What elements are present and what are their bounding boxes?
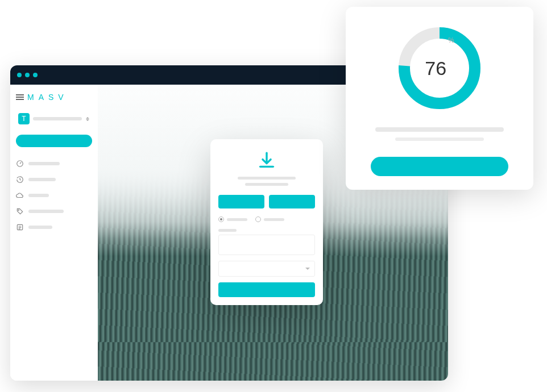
text-input[interactable] [218, 235, 315, 255]
upload-button-row [218, 195, 315, 208]
nav-label-placeholder [28, 194, 49, 197]
progress-title-placeholder [375, 127, 504, 132]
radio-icon [218, 216, 224, 222]
radio-option-2[interactable] [255, 216, 284, 222]
svg-point-1 [18, 210, 19, 210]
window-dot [33, 73, 38, 77]
progress-subtitle-placeholder [395, 137, 483, 141]
nav-label-placeholder [28, 226, 52, 229]
upload-subtitle-placeholder [245, 183, 289, 186]
text-field-block [218, 229, 315, 255]
nav-label-placeholder [28, 210, 64, 213]
window-dot [25, 73, 30, 77]
team-name-placeholder [33, 117, 82, 120]
upload-files-button[interactable] [218, 195, 264, 208]
logo-row: MASV [16, 93, 92, 102]
nav-item-list[interactable] [16, 223, 92, 231]
radio-label-placeholder [227, 218, 247, 221]
nav-item-cloud[interactable] [16, 191, 92, 199]
progress-action-button[interactable] [371, 157, 509, 176]
upload-card [210, 139, 323, 305]
upload-folder-button[interactable] [269, 195, 315, 208]
history-icon [16, 176, 24, 184]
sidebar: MASV T [10, 85, 98, 381]
list-icon [16, 223, 24, 231]
progress-label: 76 % [394, 23, 485, 114]
nav-item-tags[interactable] [16, 207, 92, 215]
progress-ring: 76 % [394, 23, 485, 114]
send-button[interactable] [218, 282, 315, 297]
nav-item-dashboard[interactable] [16, 160, 92, 168]
menu-icon[interactable] [16, 94, 24, 100]
radio-option-1[interactable] [218, 216, 247, 222]
progress-card: 76 % [346, 7, 533, 190]
field-label-placeholder [218, 229, 237, 232]
chevron-updown-icon [85, 117, 90, 121]
upload-radio-row [218, 216, 315, 222]
team-badge: T [18, 113, 30, 124]
download-icon [257, 151, 276, 170]
percent-symbol: % [448, 36, 454, 44]
nav-label-placeholder [28, 162, 60, 165]
radio-label-placeholder [264, 218, 284, 221]
select-input[interactable] [218, 261, 315, 277]
tag-icon [16, 207, 24, 215]
upload-title-placeholder [238, 177, 296, 180]
brand-logo: MASV [27, 93, 68, 102]
gauge-icon [16, 160, 24, 168]
team-selector[interactable]: T [16, 111, 92, 127]
primary-action-button[interactable] [16, 135, 92, 147]
cloud-icon [16, 191, 24, 199]
window-dot [17, 73, 22, 77]
progress-value: 76 [425, 57, 446, 80]
nav-item-history[interactable] [16, 176, 92, 184]
nav-label-placeholder [28, 178, 56, 181]
radio-icon [255, 216, 261, 222]
